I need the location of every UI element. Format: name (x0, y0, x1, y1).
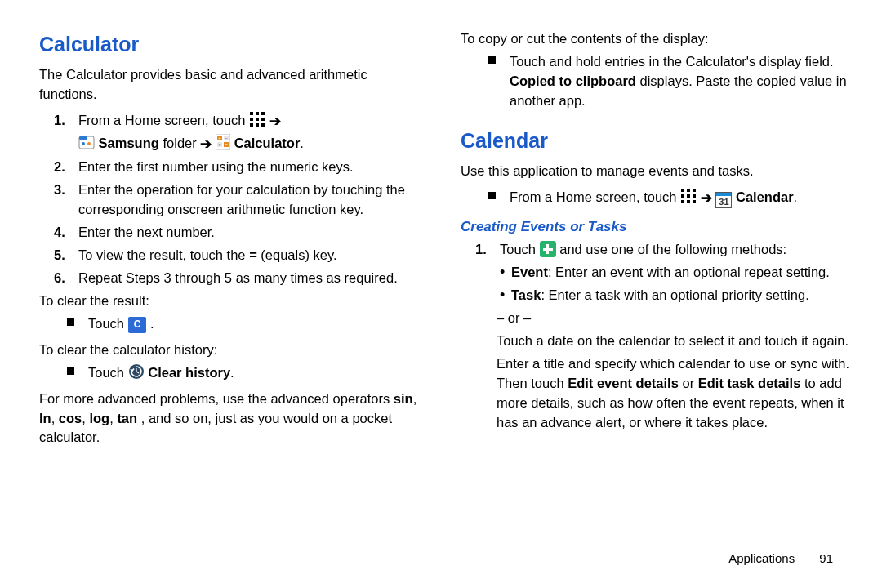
cal-open-end: . (794, 189, 798, 204)
event-task-list: Event: Enter an event with an optional r… (461, 263, 849, 305)
calendar-open-item: From a Home screen, touch ➔ 31 Calendar. (461, 188, 849, 209)
svg-rect-6 (261, 118, 265, 121)
op-sin: sin (394, 391, 413, 406)
sep1: , (413, 391, 417, 406)
clear-history-label: To clear the calculator history: (39, 341, 428, 360)
apps-grid-icon (249, 111, 265, 127)
event-item: Event: Enter an event with an optional r… (461, 263, 849, 283)
calendar-open-list: From a Home screen, touch ➔ 31 Calendar. (461, 188, 849, 209)
clear-history-item: Touch Clear history. (39, 363, 428, 383)
svg-text:+: + (218, 136, 221, 140)
calendar-app-label: Calendar (736, 189, 794, 204)
calendar-steps: Touch and use one of the following metho… (461, 240, 849, 260)
clear-result-item: Touch C . (39, 314, 428, 334)
svg-rect-32 (681, 200, 684, 203)
follow-paragraph: Enter a title and specify which calendar… (461, 354, 849, 433)
svg-rect-2 (256, 112, 259, 115)
op-log: log (89, 411, 109, 425)
copied-to-clipboard-label: Copied to clipboard (510, 74, 636, 88)
step-6: Repeat Steps 3 through 5 as many times a… (39, 269, 428, 288)
clear-result-label: To clear the result: (39, 292, 428, 311)
cal-step1-a: Touch (500, 242, 540, 256)
svg-rect-31 (693, 194, 696, 198)
cal-open-a: From a Home screen, touch (510, 189, 680, 204)
c-button-icon: C (128, 317, 147, 333)
copy-item: Touch and hold entries in the Calculator… (461, 52, 849, 111)
svg-rect-30 (687, 194, 690, 198)
sep4: , (109, 411, 117, 425)
or-instruction: Touch a date on the calendar to select i… (461, 332, 849, 351)
task-text: : Enter a task with an optional priority… (541, 287, 808, 302)
follow-mid: or (682, 376, 697, 390)
calculator-heading: Calculator (39, 29, 428, 59)
svg-rect-34 (693, 200, 696, 203)
clear-history-list: Touch Clear history. (39, 363, 428, 383)
advanced-paragraph: For more advanced problems, use the adva… (39, 390, 428, 448)
folder-suffix: folder (163, 136, 200, 150)
clear-result-b: . (150, 316, 154, 331)
footer-section: Applications (728, 551, 795, 565)
svg-rect-11 (79, 136, 87, 140)
arrow-icon-3: ➔ (701, 190, 716, 206)
step1-end: . (300, 136, 304, 150)
event-text: : Enter an event with an optional repeat… (548, 265, 830, 279)
svg-rect-3 (261, 112, 265, 115)
task-bold: Task (511, 287, 541, 302)
samsung-folder-icon (78, 134, 95, 150)
calendar-heading: Calendar (461, 126, 849, 155)
left-column: Calculator The Calculator provides basic… (39, 26, 428, 451)
calendar-intro: Use this application to manage events an… (461, 162, 849, 181)
arrow-icon: ➔ (270, 114, 281, 129)
calendar-app-icon: 31 (715, 192, 732, 208)
plus-icon (540, 241, 556, 257)
svg-rect-4 (250, 118, 253, 121)
footer-page-number: 91 (819, 551, 833, 565)
copy-a: Touch and hold entries in the Calculator… (510, 54, 834, 69)
svg-text:=: = (225, 142, 228, 147)
calculator-app-label: Calculator (234, 136, 301, 150)
right-column: To copy or cut the contents of the displ… (461, 26, 849, 451)
svg-rect-1 (250, 112, 253, 115)
edit-task-details-label: Edit task details (698, 376, 801, 390)
arrow-icon-2: ➔ (200, 136, 216, 152)
copy-list: Touch and hold entries in the Calculator… (461, 52, 849, 111)
clear-history-icon (128, 363, 145, 380)
cal-step-1: Touch and use one of the following metho… (461, 240, 849, 260)
svg-rect-33 (687, 200, 690, 203)
cal-step1-b: and use one of the following methods: (559, 242, 786, 256)
task-item: Task: Enter a task with an optional prio… (461, 286, 849, 305)
step-5: To view the result, touch the = (equals)… (39, 246, 428, 265)
step-3: Enter the operation for your calculation… (39, 180, 428, 220)
svg-point-13 (87, 142, 91, 145)
svg-rect-26 (681, 189, 684, 192)
svg-rect-7 (250, 123, 253, 127)
adv-a: For more advanced problems, use the adva… (39, 391, 394, 406)
creating-events-subheading: Creating Events or Tasks (461, 217, 849, 238)
step5-b: (equals) key. (257, 247, 337, 262)
clear-history-b: . (230, 365, 234, 380)
op-tan: tan (117, 411, 137, 425)
clear-history-a: Touch (88, 365, 128, 380)
samsung-folder-label: Samsung (99, 136, 159, 150)
clear-history-bold: Clear history (148, 365, 230, 380)
svg-rect-27 (687, 189, 690, 192)
page-body: Calculator The Calculator provides basic… (0, 0, 882, 451)
apps-grid-icon-2 (680, 188, 697, 204)
calculator-app-icon: + − × = (216, 134, 230, 150)
calculator-steps: From a Home screen, touch ➔ (39, 111, 428, 288)
svg-rect-5 (256, 118, 259, 121)
step-1: From a Home screen, touch ➔ (39, 111, 428, 154)
svg-text:×: × (218, 142, 221, 147)
clear-result-a: Touch (88, 316, 128, 331)
svg-rect-28 (693, 189, 696, 192)
op-cos: cos (59, 411, 82, 425)
calculator-intro: The Calculator provides basic and advanc… (39, 65, 428, 105)
page-footer: Applications 91 (728, 551, 833, 565)
copy-label: To copy or cut the contents of the displ… (461, 29, 849, 49)
svg-rect-9 (261, 123, 265, 127)
or-label: – or – (461, 309, 849, 328)
step1-text-a: From a Home screen, touch (78, 113, 249, 127)
edit-event-details-label: Edit event details (568, 376, 679, 390)
op-ln: ln (39, 411, 51, 425)
equals-key-label: = (249, 247, 257, 262)
